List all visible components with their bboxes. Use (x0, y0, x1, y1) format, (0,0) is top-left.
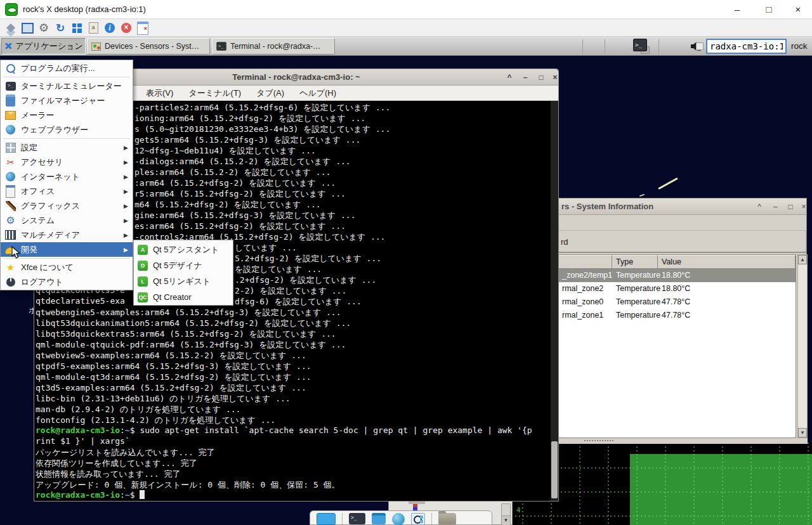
fullscreen-icon[interactable] (20, 21, 34, 35)
menu-item-browser[interactable]: ウェブブラウザー (1, 122, 133, 137)
menu-item-terminal[interactable]: ターミナルエミュレーター (1, 79, 133, 93)
separator (342, 513, 343, 524)
browser-icon[interactable] (392, 513, 405, 525)
connection-options-icon[interactable] (4, 21, 18, 35)
applications-menu-button[interactable]: ✕ アプリケーション (1, 38, 86, 55)
settings-gear-icon[interactable] (37, 21, 51, 35)
office-icon (5, 186, 16, 197)
resize-grip[interactable] (584, 440, 613, 442)
menu-item-mail[interactable]: メーラー (1, 108, 133, 122)
submenu-item-qt-creator[interactable]: QCQt Creator (134, 289, 233, 305)
sensor-value: 18.80°C (662, 271, 690, 280)
menu-item-label: 開発 (21, 244, 37, 256)
menu-item-label: 設定 (21, 142, 37, 153)
menu-item-label: システム (21, 215, 55, 226)
close-button[interactable]: × (797, 201, 810, 212)
user-menu[interactable]: rock (791, 41, 808, 51)
info-icon[interactable] (103, 21, 117, 35)
menu-item-about[interactable]: Xfce について (1, 260, 133, 275)
menu-item-logout[interactable]: ログアウト (1, 275, 133, 289)
submenu-item-label: Qt Creator (153, 292, 192, 302)
terminal-cursor (140, 490, 145, 499)
menu-item-label: ファイルマネージャー (21, 95, 105, 107)
terminal-icon[interactable] (349, 513, 365, 524)
new-connection-icon[interactable] (136, 21, 150, 35)
close-button[interactable]: × (784, 0, 812, 18)
terminal-line: fontconfig (2.13.1-4.2) のトリガを処理しています ... (35, 415, 551, 425)
task-button[interactable]: Devices - Sensors - Syst… (87, 38, 210, 55)
shade-button[interactable]: ^ (504, 72, 515, 83)
terminal-task-icon (216, 42, 226, 51)
menu-item-file-manager[interactable]: ファイルマネージャー (1, 93, 133, 108)
scroll-down-button[interactable]: ▼ (798, 428, 807, 438)
task-button[interactable]: Terminal - rock@radxa-… (212, 38, 335, 55)
refresh-icon[interactable] (53, 21, 67, 35)
scrollbar-thumb[interactable] (551, 441, 558, 498)
column-header-type[interactable]: Type (612, 255, 658, 269)
menu-item-office[interactable]: オフィス▶ (1, 184, 133, 198)
ctrl-alt-del-icon[interactable] (70, 21, 84, 35)
file-manager-icon[interactable] (438, 513, 456, 524)
terminal-line: パッケージリストを読み込んでいます... 完了 (35, 447, 551, 458)
maximize-button[interactable]: □ (755, 0, 783, 18)
sensor-name: _zone2/temp1 (562, 271, 612, 280)
terminal-menu-item[interactable]: 表示(V) (146, 88, 173, 99)
graph-tick-label: 4 (516, 506, 521, 514)
submenu-arrow-icon: ▶ (124, 159, 128, 165)
column-header-value[interactable]: Value (658, 255, 796, 269)
submenu-arrow-icon: ▶ (124, 188, 128, 195)
submenu-item-qt-designer[interactable]: DQt 5デザイナ (134, 257, 233, 273)
menu-item-multimedia[interactable]: マルチメディア▶ (1, 228, 133, 242)
menu-item-system[interactable]: システム▶ (1, 213, 133, 228)
scroll-down-button[interactable]: ▼ (502, 515, 510, 525)
terminal-menu-item[interactable]: タブ(A) (256, 88, 284, 99)
sensor-value: 18.80°C (662, 284, 690, 293)
host-input[interactable] (706, 39, 787, 54)
maximize-button[interactable]: □ (784, 201, 797, 212)
submenu-item-label: Qt 5デザイナ (153, 260, 202, 271)
show-desktop-icon[interactable] (317, 513, 336, 525)
clipboard-icon[interactable] (86, 21, 100, 35)
qt-assistant-icon: A (138, 245, 148, 255)
menu-item-internet[interactable]: インターネット▶ (1, 169, 133, 184)
submenu-arrow-icon: ▶ (124, 174, 128, 180)
terminal-menu-item[interactable]: ヘルプ(H) (299, 88, 336, 99)
mouse-cursor (11, 246, 21, 262)
submenu-item-qt-assistant[interactable]: AQt 5アシスタント (134, 242, 233, 257)
close-button[interactable]: × (549, 72, 561, 83)
menu-separator (3, 138, 130, 139)
panel-separator (658, 39, 659, 53)
small-window-icon (413, 504, 417, 510)
terminal-line: 状態情報を読み取っています... 完了 (35, 469, 551, 479)
menu-item-settings[interactable]: 設定▶ (1, 140, 133, 155)
maximize-button[interactable]: □ (535, 72, 547, 83)
terminal-line: libqt53dquickanimation5:arm64 (5.15.2+df… (35, 318, 551, 328)
appfinder-icon[interactable] (411, 513, 425, 525)
vnc-logo-icon (5, 3, 18, 16)
submenu-item-label: Qt 5リンギスト (153, 276, 211, 287)
small-window-scrollbar[interactable]: ▼ (501, 503, 511, 525)
tray-terminal-icon[interactable] (633, 39, 650, 54)
menu-item-label: オフィス (21, 186, 55, 197)
disconnect-icon[interactable] (119, 21, 133, 35)
terminal-icon (5, 81, 16, 91)
terminal-scrollbar[interactable] (551, 101, 558, 501)
minimize-button[interactable]: – (723, 0, 751, 18)
sensors-scrollbar[interactable]: ▲ ▼ (797, 254, 808, 438)
menu-item-graphics[interactable]: グラフィックス▶ (1, 198, 133, 213)
scroll-up-button[interactable]: ▲ (798, 255, 807, 264)
terminal-line: qtwebview5-examples:arm64 (5.15.2-2) を設定… (35, 350, 551, 361)
menu-item-label: インターネット (21, 171, 80, 183)
minimize-button[interactable]: – (769, 201, 782, 212)
host-checkbox[interactable] (696, 42, 704, 50)
menu-item-accessories[interactable]: アクセサリ▶ (1, 155, 133, 169)
minimize-button[interactable]: – (520, 72, 531, 83)
menu-separator (3, 258, 130, 259)
menu-item-run[interactable]: プログラムの実行... (1, 61, 133, 75)
window-icon[interactable] (372, 513, 386, 524)
submenu-item-qt-linguist[interactable]: LQt 5リンギスト (134, 273, 233, 289)
shade-button[interactable]: ^ (753, 201, 766, 212)
terminal-menu-item[interactable]: ターミナル(T) (188, 88, 241, 99)
sensor-value: 47.78°C (662, 311, 690, 320)
panel-separator (582, 39, 583, 53)
